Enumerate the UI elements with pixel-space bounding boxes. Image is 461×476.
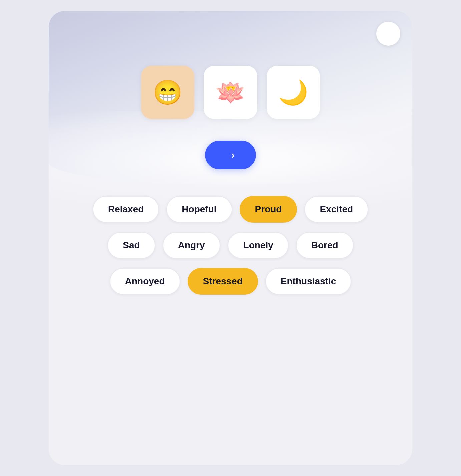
- emoji-card-lotus[interactable]: 🪷: [204, 66, 257, 119]
- emotion-row-0: RelaxedHopefulProudExcited: [93, 196, 368, 223]
- emotion-chip-stressed[interactable]: Stressed: [188, 268, 258, 295]
- emotion-chip-relaxed[interactable]: Relaxed: [93, 196, 159, 223]
- emotion-chip-lonely[interactable]: Lonely: [228, 232, 289, 259]
- emotion-chip-excited[interactable]: Excited: [304, 196, 368, 223]
- emotion-row-1: SadAngryLonelyBored: [107, 232, 353, 259]
- emotion-chip-hopeful[interactable]: Hopeful: [166, 196, 232, 223]
- emotion-chip-enthusiastic[interactable]: Enthusiastic: [265, 268, 351, 295]
- emoji-card-moon[interactable]: 🌙: [267, 66, 320, 119]
- emotion-chip-proud[interactable]: Proud: [240, 196, 297, 223]
- emotion-chip-sad[interactable]: Sad: [107, 232, 155, 259]
- emotion-chip-annoyed[interactable]: Annoyed: [110, 268, 180, 295]
- emotion-chip-angry[interactable]: Angry: [163, 232, 220, 259]
- close-button[interactable]: [376, 22, 400, 46]
- emotions-section: RelaxedHopefulProudExcitedSadAngryLonely…: [69, 196, 392, 295]
- chevron-right-icon: ›: [231, 149, 235, 161]
- emotion-chip-bored[interactable]: Bored: [296, 232, 354, 259]
- emotion-row-2: AnnoyedStressedEnthusiastic: [110, 268, 352, 295]
- emoji-card-happy[interactable]: 😁: [141, 66, 194, 119]
- emotions-button[interactable]: ›: [205, 141, 256, 169]
- emoji-row: 😁🪷🌙: [141, 66, 320, 119]
- modal: 😁🪷🌙 › RelaxedHopefulProudExcitedSadAngry…: [49, 11, 412, 465]
